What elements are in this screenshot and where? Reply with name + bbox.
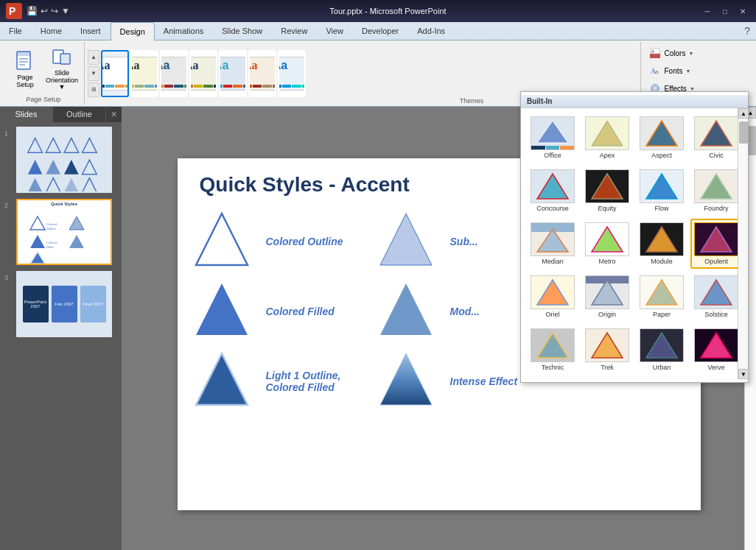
tab-design[interactable]: Design <box>111 22 155 40</box>
theme-item-1[interactable]: Aa <box>101 50 129 97</box>
oriel-thumb <box>531 275 575 309</box>
help-btn[interactable]: ? <box>738 22 756 40</box>
tab-addins[interactable]: Add-Ins <box>408 22 455 40</box>
svg-marker-21 <box>46 138 60 153</box>
theme-panel-urban[interactable]: Urban <box>636 325 687 375</box>
theme-item-5[interactable]: Aa <box>219 50 247 97</box>
sidebar-close-btn[interactable]: ✕ <box>106 107 122 122</box>
theme-panel-solstice[interactable]: Solstice <box>690 272 742 322</box>
svg-marker-28 <box>28 178 43 193</box>
qat-dropdown-btn[interactable]: ▼ <box>61 6 70 16</box>
svg-point-15 <box>653 86 657 91</box>
minimize-btn[interactable]: ─ <box>700 5 715 17</box>
tab-slideshow[interactable]: Slide Show <box>213 22 272 40</box>
slide-thumb-2[interactable]: 2 Quick Styles Colored Outline Colored <box>3 197 119 267</box>
origin-thumb <box>585 275 629 309</box>
panel-scroll-thumb[interactable] <box>739 121 748 144</box>
verve-thumb <box>694 328 738 362</box>
tab-review[interactable]: Review <box>272 22 317 40</box>
theme-panel-flow[interactable]: Flow <box>636 166 687 216</box>
theme-panel-civic[interactable]: Civic <box>690 113 742 163</box>
module-thumb <box>640 222 684 256</box>
colors-btn[interactable]: A Colors ▼ <box>645 45 749 61</box>
civic-thumb <box>694 116 738 150</box>
slide-thumb-1[interactable]: 1 <box>3 125 119 194</box>
svg-text:a: a <box>655 68 659 75</box>
light-outline-colored-filled-label: Light 1 Outline,Colored Filled <box>266 370 362 393</box>
save-qat-btn[interactable]: 💾 <box>27 6 38 16</box>
theme-item-6[interactable]: Aa <box>248 50 276 97</box>
tab-view[interactable]: View <box>317 22 353 40</box>
slide-preview-3[interactable]: PowerPoint 2007 Feb 2007 Final 2007 <box>16 271 112 337</box>
theme-panel-apex[interactable]: Apex <box>581 113 633 163</box>
sidebar-tab-outline[interactable]: Outline <box>53 107 106 122</box>
theme-panel-office[interactable]: Office <box>527 113 578 163</box>
theme-panel-oriel[interactable]: Oriel <box>527 272 578 322</box>
fonts-btn[interactable]: A a Fonts ▼ <box>645 63 749 79</box>
theme-panel-verve[interactable]: Verve <box>690 325 742 375</box>
civic-label: Civic <box>709 152 724 159</box>
median-thumb <box>531 222 575 256</box>
theme-panel-median[interactable]: Median <box>527 219 578 269</box>
theme-item-2[interactable]: Aa <box>130 50 158 97</box>
effects-dropdown-arrow: ▼ <box>690 86 695 91</box>
triangle-outline-1 <box>192 210 251 272</box>
theme-panel-trek[interactable]: Trek <box>581 325 633 375</box>
theme-panel-opulent[interactable]: Opulent <box>690 219 742 269</box>
slide-thumb-3[interactable]: 3 PowerPoint 2007 Feb 2007 Final 2007 <box>3 269 119 339</box>
svg-marker-42 <box>380 214 432 265</box>
themes-list: Aa Aa <box>101 48 306 99</box>
redo-qat-btn[interactable]: ↪ <box>51 6 58 16</box>
colors-icon: A <box>649 47 661 59</box>
paper-thumb <box>640 275 684 309</box>
tab-insert[interactable]: Insert <box>71 22 111 40</box>
svg-marker-32 <box>30 216 45 230</box>
svg-marker-25 <box>46 160 60 174</box>
theme-panel-concourse[interactable]: Concourse <box>527 166 578 216</box>
panel-scroll-down-btn[interactable]: ▼ <box>738 369 749 379</box>
colored-filled-label: Colored Filled <box>266 306 362 317</box>
theme-panel-aspect[interactable]: Aspect <box>636 113 687 163</box>
slide-orientation-btn[interactable]: SlideOrientation ▼ <box>44 46 80 93</box>
theme-panel-module[interactable]: Module <box>636 219 687 269</box>
sidebar-tab-slides[interactable]: Slides <box>0 107 53 122</box>
flow-label: Flow <box>654 205 668 212</box>
theme-panel-foundry[interactable]: Foundry <box>690 166 742 216</box>
tab-animations[interactable]: Animations <box>155 22 213 40</box>
technic-label: Technic <box>542 364 564 371</box>
app-logo: P <box>6 3 22 19</box>
theme-item-3[interactable]: Aa <box>160 50 188 97</box>
theme-panel-metro[interactable]: Metro <box>581 219 633 269</box>
svg-text:Colored: Colored <box>46 241 57 244</box>
theme-item-7[interactable]: Aa <box>278 50 306 97</box>
page-setup-group-label: Page Setup <box>26 96 60 103</box>
themes-panel-header: Built-In <box>521 95 748 108</box>
svg-marker-20 <box>28 138 43 153</box>
theme-panel-paper[interactable]: Paper <box>636 272 687 322</box>
theme-panel-technic[interactable]: Technic <box>527 325 578 375</box>
slide-number-2: 2 <box>4 199 13 209</box>
themes-more-btn[interactable]: ⊞ <box>88 82 99 97</box>
themes-scroll-down[interactable]: ▼ <box>88 66 99 81</box>
theme-panel-origin[interactable]: Origin <box>581 272 633 322</box>
tab-home[interactable]: Home <box>32 22 71 40</box>
svg-marker-31 <box>83 178 97 193</box>
theme-panel-equity[interactable]: Equity <box>581 166 633 216</box>
themes-scroll-up[interactable]: ▲ <box>88 50 99 65</box>
panel-scroll-up-btn[interactable]: ▲ <box>738 108 749 119</box>
slide-preview-1[interactable] <box>16 127 112 193</box>
sidebar-tabs: Slides Outline ✕ <box>0 107 122 122</box>
maximize-btn[interactable]: □ <box>718 5 732 17</box>
svg-text:A: A <box>651 49 654 54</box>
panel-scrollbar: ▲ ▼ <box>738 108 748 379</box>
slide-preview-2[interactable]: Quick Styles Colored Outline Colored Fil… <box>16 199 112 265</box>
technic-thumb <box>531 328 575 362</box>
triangle-filled-1 <box>192 280 251 342</box>
tab-developer[interactable]: Developer <box>353 22 408 40</box>
undo-qat-btn[interactable]: ↩ <box>41 6 48 16</box>
close-btn[interactable]: ✕ <box>735 5 750 17</box>
themes-panel-content: Office Apex <box>521 108 748 379</box>
theme-item-4[interactable]: Aa <box>189 50 217 97</box>
tab-file[interactable]: File <box>0 22 32 40</box>
page-setup-btn[interactable]: PageSetup <box>7 46 43 93</box>
